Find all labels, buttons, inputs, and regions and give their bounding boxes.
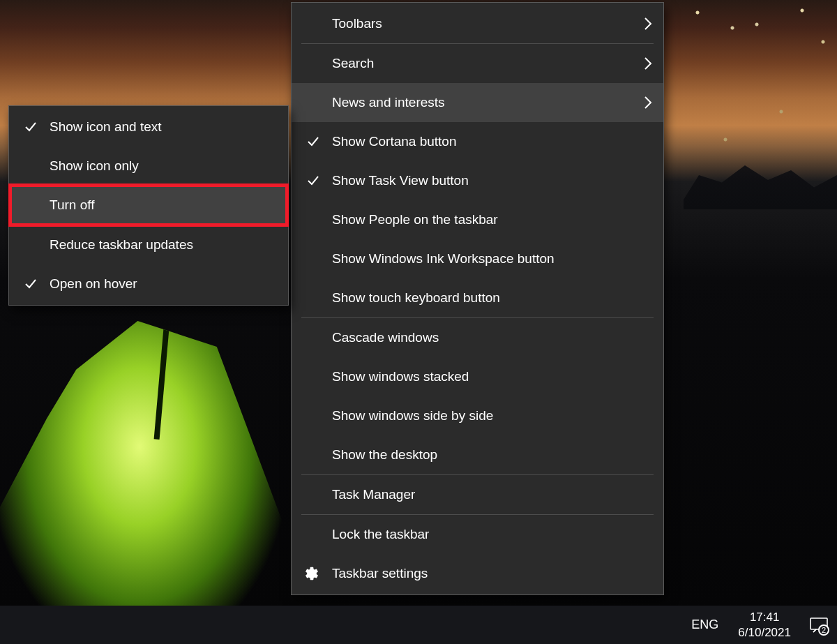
menu-item-label: Show icon and text (50, 119, 162, 135)
taskbar-clock[interactable]: 17:41 6/10/2021 (728, 610, 801, 640)
menu-item-label: Taskbar settings (332, 566, 428, 581)
menu-item-label: Show windows stacked (332, 369, 469, 384)
check-icon (307, 174, 319, 187)
menu-item-label: Show windows side by side (332, 408, 493, 424)
menu-item-label: Reduce taskbar updates (50, 237, 193, 253)
language-indicator[interactable]: ENG (681, 617, 728, 632)
notifications-badge: 2 (818, 624, 829, 636)
menu-item-show-icon-and-text[interactable]: Show icon and text (9, 107, 288, 147)
menu-item-show-people-on-the-taskbar[interactable]: Show People on the taskbar (292, 200, 663, 239)
menu-item-label: Open on hover (50, 276, 137, 292)
menu-item-label: Show icon only (50, 158, 139, 174)
clock-time: 17:41 (738, 610, 791, 624)
news-interests-submenu: Show icon and textShow icon onlyTurn off… (8, 105, 289, 306)
menu-item-label: Task Manager (332, 487, 415, 502)
menu-item-label: Turn off (50, 197, 94, 213)
menu-item-label: Cascade windows (332, 330, 439, 345)
menu-item-show-the-desktop[interactable]: Show the desktop (292, 435, 663, 474)
action-center-button[interactable]: 2 (801, 606, 837, 644)
menu-item-task-manager[interactable]: Task Manager (292, 475, 663, 514)
menu-item-label: Show touch keyboard button (332, 290, 500, 306)
menu-item-show-cortana-button[interactable]: Show Cortana button (292, 122, 663, 161)
chevron-right-icon (644, 57, 652, 70)
taskbar: ENG 17:41 6/10/2021 2 (0, 606, 837, 644)
menu-item-reduce-taskbar-updates[interactable]: Reduce taskbar updates (9, 225, 288, 264)
menu-item-news-and-interests[interactable]: News and interests (292, 83, 663, 122)
menu-item-show-windows-side-by-side[interactable]: Show windows side by side (292, 396, 663, 435)
menu-item-taskbar-settings[interactable]: Taskbar settings (292, 554, 663, 593)
menu-item-label: Show the desktop (332, 447, 437, 463)
check-icon (307, 135, 319, 148)
check-icon (24, 121, 37, 133)
menu-item-label: Toolbars (332, 16, 382, 31)
chevron-right-icon (644, 96, 652, 110)
gear-icon (304, 566, 319, 581)
menu-item-label: Show Windows Ink Workspace button (332, 251, 555, 267)
menu-item-label: Show Cortana button (332, 134, 457, 149)
menu-item-search[interactable]: Search (292, 44, 663, 83)
menu-item-toolbars[interactable]: Toolbars (292, 4, 663, 43)
clock-date: 6/10/2021 (738, 625, 791, 640)
menu-item-show-task-view-button[interactable]: Show Task View button (292, 161, 663, 200)
menu-item-show-windows-stacked[interactable]: Show windows stacked (292, 357, 663, 396)
menu-item-label: Lock the taskbar (332, 527, 429, 542)
menu-item-show-touch-keyboard-button[interactable]: Show touch keyboard button (292, 278, 663, 317)
menu-item-cascade-windows[interactable]: Cascade windows (292, 318, 663, 357)
menu-item-show-windows-ink-workspace-button[interactable]: Show Windows Ink Workspace button (292, 239, 663, 278)
menu-item-label: Search (332, 56, 374, 71)
notifications-icon: 2 (810, 617, 828, 633)
menu-item-lock-the-taskbar[interactable]: Lock the taskbar (292, 515, 663, 554)
menu-item-show-icon-only[interactable]: Show icon only (9, 147, 288, 186)
menu-item-label: News and interests (332, 95, 445, 110)
menu-item-open-on-hover[interactable]: Open on hover (9, 264, 288, 304)
check-icon (24, 278, 37, 290)
taskbar-context-menu: ToolbarsSearchNews and interestsShow Cor… (291, 2, 664, 595)
menu-item-label: Show Task View button (332, 173, 469, 188)
menu-item-turn-off[interactable]: Turn off (9, 186, 288, 225)
menu-item-label: Show People on the taskbar (332, 212, 498, 227)
chevron-right-icon (644, 17, 652, 31)
